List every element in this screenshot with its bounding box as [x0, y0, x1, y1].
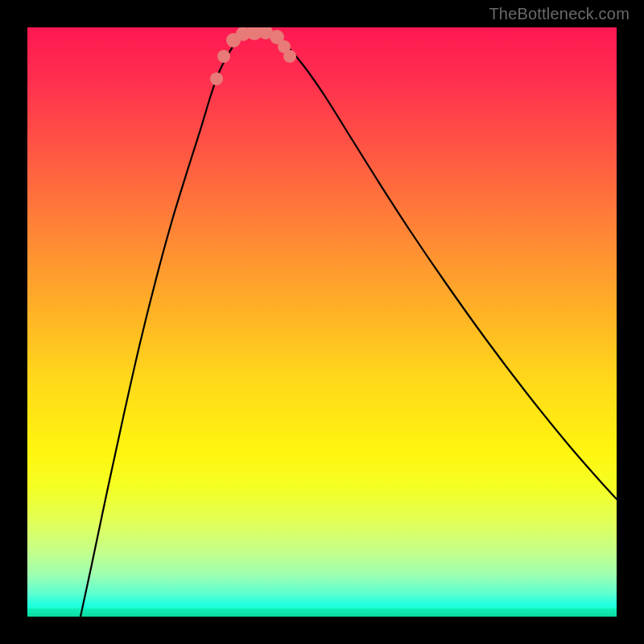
watermark-text: TheBottleneck.com	[489, 5, 630, 23]
curve-right	[259, 29, 617, 499]
highlight-marker	[283, 50, 296, 63]
highlight-marker	[217, 50, 230, 63]
curve-layer	[27, 27, 617, 617]
curve-left	[80, 29, 259, 617]
chart-frame: TheBottleneck.com	[0, 0, 644, 644]
plot-area	[27, 27, 617, 617]
marker-group	[210, 27, 296, 85]
highlight-marker	[210, 72, 223, 85]
